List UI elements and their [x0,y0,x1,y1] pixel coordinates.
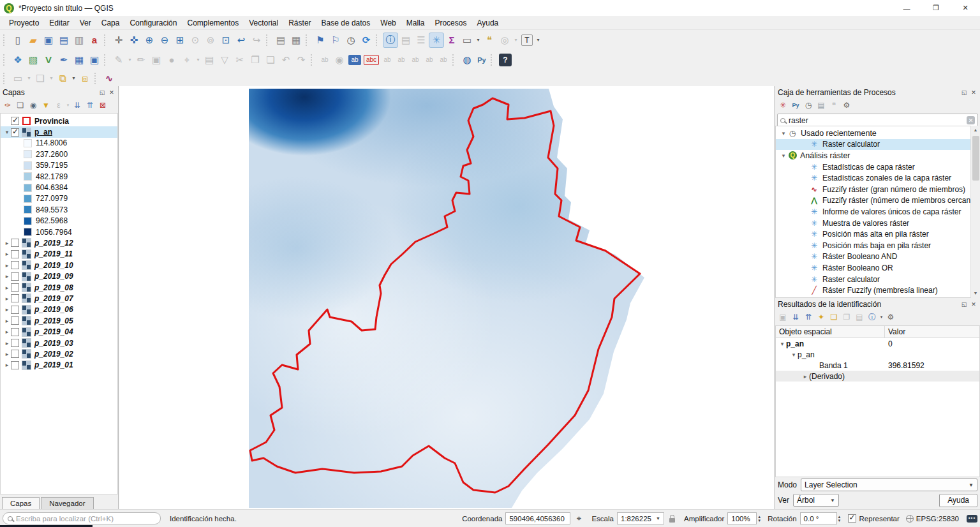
new-geopackage-icon[interactable]: ▧ [26,52,41,68]
toolbox-item-raster-fuzzify-linear[interactable]: ╱ Ráster Fuzzify (membresía linear) [776,285,979,296]
annotation-dropdown-icon[interactable]: ▾ [535,33,542,48]
layer-p_2019_03[interactable]: ▸ p_2019_03 [1,338,117,348]
tab-navegador[interactable]: Navegador [41,497,93,509]
layer-p_2019_07[interactable]: ▸ p_2019_07 [1,293,117,304]
deselect-features-icon[interactable]: ❏ [33,71,48,86]
nominatim-dropdown-icon[interactable]: ▾ [512,33,519,48]
map-canvas[interactable] [119,86,774,509]
expander-icon[interactable]: ▸ [3,318,11,324]
minimize-icon[interactable]: — [892,0,921,16]
new-virtual-layer-icon[interactable]: ▣ [87,52,102,68]
toolbox-item-fuzzify-gran[interactable]: ∿ Fuzzify ráster (gran número de miembro… [776,184,979,195]
toolbox-item-raster-booleano-and[interactable]: ✳ Ráster Booleano AND [776,251,979,263]
map-tips-icon[interactable]: ❝ [482,33,497,48]
identify-select-icon[interactable]: ▣ [776,311,789,323]
identify-features-icon[interactable]: ⓘ [383,33,398,48]
metasearch-icon[interactable]: ◍ [459,52,475,68]
expand-new-results-icon[interactable]: ✦ [815,311,828,323]
legend-class-7[interactable]: 849.5573 [1,204,117,215]
layer-labeling-icon[interactable]: ab [348,55,361,65]
spinner-icon[interactable]: ▲▼ [757,515,761,523]
edit-features-in-place-icon[interactable]: ❝ [828,100,840,111]
layout-manager-icon[interactable]: ▦ [288,33,304,48]
expander-icon[interactable]: ▸ [3,285,11,291]
deselect-features-dropdown-icon[interactable]: ▾ [48,71,55,86]
identify-row-banda-1[interactable]: Banda 1 396.81592 [776,360,979,371]
temporal-controller-icon[interactable]: ◷ [343,33,359,48]
menu-item[interactable]: Complementos [182,17,244,29]
map-3d-icon[interactable]: ◉ [332,52,347,68]
help-button[interactable]: Ayuda [939,494,977,507]
label-toolbar-icon[interactable]: ab [318,52,332,68]
toolbox-item-estadisticas-capa[interactable]: ✳ Estadísticas de capa ráster [776,161,979,173]
elevation-profile-icon[interactable]: ∿ [101,71,117,86]
layer-checkbox[interactable] [11,239,19,247]
label-rotate-icon[interactable]: ab [422,52,436,68]
legend-class-2[interactable]: 237.2600 [1,149,117,160]
toolbox-models-icon[interactable]: ✳ [776,100,789,111]
current-edits-dropdown-icon[interactable]: ▾ [126,52,133,68]
menu-item[interactable]: Ráster [283,17,316,29]
filter-expression-icon[interactable]: ε [52,100,65,111]
tab-capas[interactable]: Capas [2,497,40,509]
current-edits-icon[interactable]: ✎ [111,52,126,68]
menu-item[interactable]: Procesos [429,17,471,29]
layer-p_2019_01[interactable]: ▸ p_2019_01 [1,360,117,371]
open-attribute-table-icon[interactable]: ▤ [398,33,413,48]
expander-icon[interactable]: ▾ [3,129,11,135]
select-by-location-icon[interactable]: ⧈ [77,71,93,86]
layer-p_an[interactable]: ▾ p_an [1,126,117,137]
clear-search-icon[interactable]: ✕ [967,116,975,124]
toolbox-scrollbar[interactable]: ▲ ▼ [970,126,980,298]
digitize-icon[interactable]: ● [164,52,179,68]
identify-mode-dropdown-icon[interactable]: ▾ [879,311,884,323]
toolbox-search[interactable]: ✕ [777,114,978,127]
expander-icon[interactable]: ▸ [3,362,11,368]
options-icon[interactable]: a [87,33,102,48]
save-project-icon[interactable]: ▣ [41,33,56,48]
float-panel-icon[interactable]: ◱ [960,89,968,96]
statistical-summary-icon[interactable]: Σ [444,33,459,48]
collapse-tree-icon[interactable]: ⇈ [802,311,815,323]
label-highlight-icon[interactable]: ab [394,52,408,68]
restore-icon[interactable]: ❐ [921,0,951,16]
cut-features-icon[interactable]: ✂ [232,52,248,68]
new-layout-icon[interactable]: ▤ [273,33,288,48]
zoom-last-icon[interactable]: ↩ [234,33,249,48]
menu-item[interactable]: Editar [44,17,74,29]
new-project-icon[interactable]: ▯ [10,33,26,48]
help-icon[interactable]: ? [499,54,512,66]
menu-item[interactable]: Configuración [124,17,182,29]
expander-icon[interactable]: ▾ [780,130,787,137]
clear-results-icon[interactable]: ❏ [828,311,840,323]
layer-checkbox[interactable] [11,283,19,292]
expander-icon[interactable]: ▸ [3,295,11,302]
layer-p_2019_08[interactable]: ▸ p_2019_08 [1,282,117,293]
legend-class-8[interactable]: 962.5968 [1,216,117,226]
remove-layer-icon[interactable]: ⊠ [96,100,109,111]
layer-checkbox[interactable] [11,328,19,336]
toolbox-group-raster-analysis[interactable]: ▾ Q Análisis ráster [776,150,979,161]
style-manager-icon[interactable]: ▤ [56,33,71,48]
toolbox-item-posicion-mas-alta[interactable]: ✳ Posición más alta en pila ráster [776,228,979,240]
processing-toolbox-icon[interactable]: ✳ [429,33,444,48]
new-gpx-layer-icon[interactable]: ✒ [56,52,71,68]
toolbox-python-icon[interactable]: Py [789,100,802,111]
layer-checkbox[interactable] [11,261,19,269]
menu-item[interactable]: Ver [75,17,96,29]
view-select[interactable]: Árbol ▼ [793,494,839,507]
label-pin-icon[interactable]: ab [380,52,394,68]
statistics-icon[interactable]: ☰ [413,33,429,48]
new-bookmark-icon[interactable]: ⚑ [313,33,328,48]
expander-icon[interactable]: ▸ [3,351,11,357]
expander-icon[interactable]: ▾ [778,341,786,347]
legend-class-3[interactable]: 359.7195 [1,160,117,171]
select-by-value-dropdown-icon[interactable]: ▾ [70,71,77,86]
menu-item[interactable]: Base de datos [316,17,376,29]
identify-row-derivado[interactable]: ▸ (Derivado) [776,371,979,382]
zoom-in-icon[interactable]: ⊕ [142,33,157,48]
magnifier-input[interactable]: 100% [727,512,757,524]
menu-item[interactable]: Ayuda [471,17,503,29]
expander-icon[interactable]: ▾ [780,152,787,159]
layer-p_2019_04[interactable]: ▸ p_2019_04 [1,326,117,337]
